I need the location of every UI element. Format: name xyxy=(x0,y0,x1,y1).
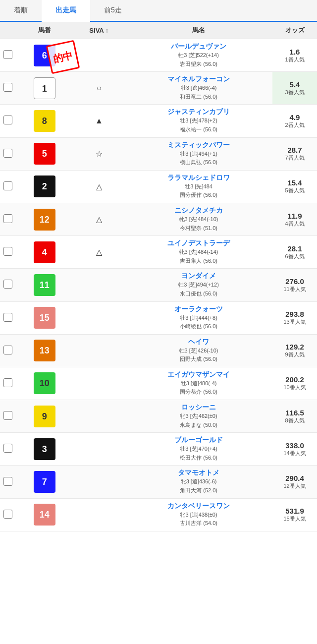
tab-shutsuba[interactable]: 出走馬 xyxy=(42,0,90,22)
horse-name[interactable]: ララマルシェドロワ xyxy=(127,174,270,182)
col-odds: オッズ xyxy=(272,22,317,39)
horse-checkbox[interactable] xyxy=(3,510,12,519)
tab-chakujun[interactable]: 着順 xyxy=(0,0,42,21)
horse-checkbox[interactable] xyxy=(3,280,12,289)
horse-checkbox[interactable] xyxy=(3,116,12,124)
horse-checkbox[interactable] xyxy=(3,444,12,453)
odds-rank: 15番人気 xyxy=(274,515,315,523)
horse-name[interactable]: ジャスティンカブリ xyxy=(127,108,270,117)
horse-detail-2: 団野大成 (56.0) xyxy=(127,355,270,364)
horse-checkbox[interactable] xyxy=(3,247,12,256)
horse-checkbox[interactable] xyxy=(3,181,12,190)
horse-number-cell: 10 xyxy=(16,367,73,400)
horse-detail-1: 牡3 [追]494(+1) xyxy=(127,150,270,159)
odds-cell: 129.29番人気 xyxy=(272,334,317,367)
horse-checkbox[interactable] xyxy=(3,313,12,322)
checkbox-cell xyxy=(0,105,16,137)
horse-name[interactable]: ブルーゴールド xyxy=(127,436,270,445)
siva-cell xyxy=(73,39,125,72)
horse-name[interactable]: バールデュヴァン xyxy=(127,42,270,51)
horse-detail-2: 永島まな (50.0) xyxy=(127,421,270,430)
horse-name[interactable]: ヘイワ xyxy=(127,338,270,347)
odds-value: 531.9 xyxy=(274,507,315,515)
horse-number-cell: 6的中 xyxy=(16,39,73,72)
odds-rank: 14番人気 xyxy=(274,450,315,457)
horse-detail-1: 牡3 [芝]470(+4) xyxy=(127,445,270,454)
table-row: 15オーラクォーツ牡3 [追]444(+8)小崎綾也 (56.0)293.813… xyxy=(0,301,317,334)
horse-num-badge: 13 xyxy=(34,340,55,361)
horse-number-cell: 1 xyxy=(16,72,73,105)
odds-value: 116.5 xyxy=(274,409,315,417)
odds-cell: 4.92番人気 xyxy=(272,105,317,137)
table-row: 4△ユイノデストラーデ牝3 [先]484(-14)吉田隼人 (56.0)28.1… xyxy=(0,236,317,269)
horse-detail-1: 牡3 [芝]426(-10) xyxy=(127,347,270,355)
horse-number-cell: 12 xyxy=(16,203,73,235)
odds-cell: 276.011番人気 xyxy=(272,269,317,301)
horse-detail-1: 牡3 [逃]466(-4) xyxy=(127,84,270,93)
horse-name-cell: ヘイワ牡3 [芝]426(-10)団野大成 (56.0) xyxy=(125,334,272,367)
horse-checkbox[interactable] xyxy=(3,83,12,92)
checkbox-cell xyxy=(0,301,16,334)
horse-detail-2: 国分恭介 (56.0) xyxy=(127,388,270,397)
odds-value: 290.4 xyxy=(274,474,315,482)
horse-num-badge: 2 xyxy=(34,176,55,197)
odds-value: 1.6 xyxy=(274,48,315,56)
teki-stamp: 的中 xyxy=(46,40,80,74)
horse-name[interactable]: ミスティックパワー xyxy=(127,141,270,150)
checkbox-cell xyxy=(0,400,16,433)
odds-value: 200.2 xyxy=(274,375,315,384)
horse-detail-2: 岩田望来 (56.0) xyxy=(127,60,270,69)
col-checkbox xyxy=(0,22,16,39)
odds-cell: 293.813番人気 xyxy=(272,301,317,334)
checkbox-cell xyxy=(0,334,16,367)
siva-cell xyxy=(73,301,125,334)
horse-number-cell: 7 xyxy=(16,466,73,498)
col-siva: SIVA ↑ xyxy=(73,22,125,39)
horse-name[interactable]: タマモオトメ xyxy=(127,468,270,477)
horse-name-cell: ロッシーニ牝3 [先]462(±0)永島まな (50.0) xyxy=(125,400,272,433)
odds-cell: 15.45番人気 xyxy=(272,170,317,203)
horse-name-cell: ヨンダイメ牡3 [芝]494(+12)水口優也 (56.0) xyxy=(125,269,272,301)
horse-detail-1: 牡3 [先]484 xyxy=(127,182,270,191)
odds-rank: 9番人気 xyxy=(274,351,315,358)
horse-checkbox[interactable] xyxy=(3,477,12,486)
horse-checkbox[interactable] xyxy=(3,214,12,223)
odds-rank: 11番人気 xyxy=(274,286,315,293)
horse-detail-1: 牝3 [先]484(-10) xyxy=(127,215,270,224)
horse-detail-2: 福永祐一 (56.0) xyxy=(127,125,270,134)
horse-num-badge: 8 xyxy=(34,110,55,132)
odds-rank: 5番人気 xyxy=(274,187,315,194)
horse-name-cell: ブルーゴールド牡3 [芝]470(+4)松田大作 (56.0) xyxy=(125,433,272,466)
odds-value: 338.0 xyxy=(274,441,315,450)
horse-number-cell: 8 xyxy=(16,105,73,137)
odds-rank: 2番人気 xyxy=(274,121,315,129)
col-num: 馬番 xyxy=(16,22,73,39)
horse-name[interactable]: ユイノデストラーデ xyxy=(127,239,270,248)
horse-num-badge: 12 xyxy=(34,209,55,231)
horse-name[interactable]: ニシノタメチカ xyxy=(127,206,270,215)
checkbox-cell xyxy=(0,466,16,498)
horse-name[interactable]: マイネルフォーコン xyxy=(127,75,270,84)
horse-checkbox[interactable] xyxy=(3,346,12,354)
horse-detail-1: 牡3 [芝]494(+12) xyxy=(127,281,270,290)
horse-name-cell: エイガウマザンマイ牡3 [追]480(-4)国分恭介 (56.0) xyxy=(125,367,272,400)
horse-checkbox[interactable] xyxy=(3,149,12,158)
siva-cell: △ xyxy=(73,236,125,269)
siva-cell: △ xyxy=(73,203,125,235)
horse-detail-1: 牝3 [先]462(±0) xyxy=(127,412,270,421)
horse-number-cell: 3 xyxy=(16,433,73,466)
tab-mae5[interactable]: 前5走 xyxy=(90,0,136,21)
horse-checkbox[interactable] xyxy=(3,411,12,420)
horse-checkbox[interactable] xyxy=(3,378,12,387)
horse-checkbox[interactable] xyxy=(3,50,12,59)
horse-name[interactable]: カンタベリースワン xyxy=(127,502,270,511)
horse-name-cell: ユイノデストラーデ牝3 [先]484(-14)吉田隼人 (56.0) xyxy=(125,236,272,269)
table-row: 8▲ジャスティンカブリ牡3 [先]478(+2)福永祐一 (56.0)4.92番… xyxy=(0,105,317,137)
horse-detail-2: 今村聖奈 (51.0) xyxy=(127,224,270,233)
horse-name[interactable]: オーラクォーツ xyxy=(127,305,270,314)
odds-cell: 200.210番人気 xyxy=(272,367,317,400)
table-row: 9ロッシーニ牝3 [先]462(±0)永島まな (50.0)116.58番人気 xyxy=(0,400,317,433)
horse-name[interactable]: ロッシーニ xyxy=(127,403,270,412)
horse-name[interactable]: エイガウマザンマイ xyxy=(127,370,270,379)
horse-name[interactable]: ヨンダイメ xyxy=(127,272,270,281)
